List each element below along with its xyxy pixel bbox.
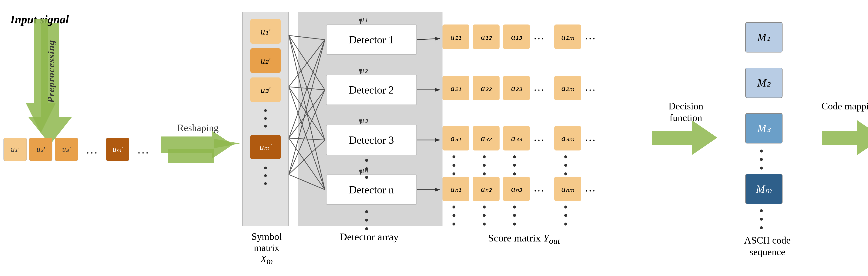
score-a1m: a₁ₘ (554, 25, 581, 49)
m-box-2: M₂ (745, 68, 782, 98)
ascii-label: ASCII code sequence (731, 234, 804, 258)
input-row: u₁' u₂' u₃' … uₘ' … (3, 138, 155, 161)
score-bottom-dots: ••• (452, 203, 456, 228)
m-box-m: Mₘ (745, 174, 782, 204)
detector-array-label: Detector array (307, 231, 431, 243)
score-a13: a₁₃ (503, 25, 530, 49)
input-dots2: … (132, 138, 155, 161)
score-dots-2b: … (585, 81, 596, 93)
input-cell-u3: u₃' (55, 138, 78, 161)
input-cell-u1: u₁' (3, 138, 27, 161)
score-anm: aₙₘ (554, 176, 581, 201)
score-vdots2: ••• (482, 153, 486, 178)
detector-array-dots-bottom: ••• (365, 208, 369, 233)
sym-cell-u2: u₂' (250, 48, 281, 73)
detector-n: Detector n (326, 174, 417, 205)
detector-input-un: uₙ (360, 165, 368, 175)
detector-input-u3: u₃ (360, 115, 368, 125)
score-vdots4: ••• (564, 153, 568, 178)
score-dots-1: … (533, 29, 545, 42)
m-box-3: M₃ (745, 113, 782, 143)
score-a32: a₃₂ (473, 126, 500, 150)
score-dots-n: … (533, 181, 545, 194)
input-cell-um: uₘ' (106, 138, 129, 161)
score-bottom-dots3: ••• (513, 203, 517, 228)
score-dots-nb: … (585, 181, 596, 194)
score-dots-2: … (533, 81, 545, 93)
code-mapping-label: Code mapping (817, 100, 868, 112)
score-bottom-dots4: ••• (564, 203, 568, 228)
score-dots-3b: … (585, 131, 596, 143)
score-a23: a₂₃ (503, 76, 530, 100)
score-bottom-dots2: ••• (482, 203, 486, 228)
score-a2m: a₂ₘ (554, 76, 581, 100)
input-dots: … (80, 138, 104, 161)
score-an2: aₙ₂ (473, 176, 500, 201)
m-dots-2: ••• (759, 207, 764, 232)
sym-cell-um: uₘ' (250, 135, 281, 159)
detector-input-u2: u₂ (360, 65, 368, 75)
score-vdots: ••• (452, 153, 456, 178)
m-box-1: M₁ (745, 22, 782, 53)
symbol-matrix-box: u₁' u₂' u₃' ••• uₘ' ••• (242, 12, 289, 226)
score-an1: aₙ₁ (442, 176, 469, 201)
svg-marker-5 (161, 131, 233, 159)
detector-input-u1: u₁ (360, 14, 368, 24)
svg-marker-4 (26, 19, 56, 133)
score-a3m: a₃ₘ (554, 126, 581, 150)
score-matrix-label: Score matrix Yout (459, 232, 589, 246)
score-a21: a₂₁ (442, 76, 469, 100)
score-vdots3: ••• (513, 153, 517, 178)
score-a12: a₁₂ (473, 25, 500, 49)
svg-marker-33 (822, 114, 868, 155)
score-an3: aₙ₃ (503, 176, 530, 201)
sym-cell-u3: u₃' (250, 78, 281, 102)
input-cell-u2: u₂' (29, 138, 53, 161)
decision-function-label: Decision function (653, 100, 718, 124)
score-a11: a₁₁ (442, 25, 469, 49)
detector-1: Detector 1 (326, 25, 417, 55)
reshaping-label: Reshaping (162, 122, 234, 134)
sym-dots2: ••• (264, 164, 268, 188)
detector-3: Detector 3 (326, 125, 417, 155)
m-dots: ••• (759, 147, 764, 172)
score-a22: a₂₂ (473, 76, 500, 100)
sym-cell-u1: u₁' (250, 19, 281, 44)
sym-dots: ••• (264, 107, 268, 130)
detector-2: Detector 2 (326, 75, 417, 105)
score-a33: a₃₃ (503, 126, 530, 150)
score-dots-1b: … (585, 29, 596, 42)
symbol-matrix-label: Symbol matrix Xin (238, 231, 296, 267)
score-a31: a₃₁ (442, 126, 469, 150)
score-dots-3: … (533, 131, 545, 143)
